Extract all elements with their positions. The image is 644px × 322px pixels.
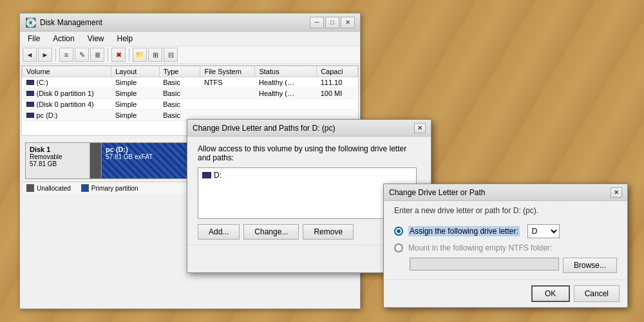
menu-file[interactable]: File bbox=[23, 33, 45, 44]
change-letter-description: Allow access to this volume by using the… bbox=[198, 144, 421, 162]
vol-layout: Simple bbox=[111, 99, 159, 110]
drive-icon-p4 bbox=[26, 102, 34, 107]
table-header-row: Volume Layout Type File System Status Ca… bbox=[23, 66, 358, 77]
change-letter-titlebar: Change Drive Letter and Paths for D: (pc… bbox=[187, 120, 431, 137]
change-button[interactable]: Change... bbox=[243, 224, 299, 240]
drive-icon-c bbox=[26, 80, 34, 85]
change-letter-close[interactable]: ✕ bbox=[414, 123, 426, 133]
legend-primary-box bbox=[81, 184, 89, 192]
vol-fs bbox=[200, 88, 255, 99]
vol-capacity: 111.10 bbox=[317, 77, 358, 88]
vol-capacity bbox=[317, 99, 358, 110]
change-drive-ok[interactable]: OK bbox=[531, 285, 570, 302]
change-drive-titlebar: Change Drive Letter or Path ✕ bbox=[384, 184, 627, 201]
radio-assign-label[interactable]: Assign the following drive letter: bbox=[408, 226, 520, 236]
table-row[interactable]: (Disk 0 partition 1) Simple Basic Health… bbox=[23, 88, 358, 99]
browse-button[interactable]: Browse... bbox=[563, 258, 617, 273]
menu-help[interactable]: Help bbox=[112, 33, 138, 44]
vol-type: Basic bbox=[159, 88, 200, 99]
col-volume[interactable]: Volume bbox=[23, 66, 111, 77]
radio-mount-input[interactable] bbox=[394, 243, 403, 252]
radio-assign-row: Assign the following drive letter: D bbox=[394, 224, 617, 238]
folder-button[interactable]: 📁 bbox=[133, 48, 147, 62]
col-layout[interactable]: Layout bbox=[111, 66, 159, 77]
menu-bar: File Action View Help bbox=[20, 32, 360, 46]
drive-icon-p1 bbox=[26, 91, 34, 96]
back-button[interactable]: ◄ bbox=[23, 48, 37, 62]
menu-view[interactable]: View bbox=[82, 33, 109, 44]
listbox-item-label: D: bbox=[214, 171, 222, 180]
forward-button[interactable]: ► bbox=[38, 48, 52, 62]
extra-button[interactable]: ⊟ bbox=[164, 48, 178, 62]
list-button[interactable]: ≣ bbox=[90, 48, 104, 62]
remove-button[interactable]: Remove bbox=[303, 224, 354, 240]
folder-path-input[interactable] bbox=[410, 258, 559, 270]
col-fs[interactable]: File System bbox=[200, 66, 255, 77]
disk-label: Disk 1 Removable 57.81 GB bbox=[26, 143, 90, 178]
vol-layout: Simple bbox=[111, 77, 159, 88]
minimize-button[interactable]: ─ bbox=[310, 17, 324, 28]
vol-layout: Simple bbox=[111, 110, 159, 121]
titlebar-left: 💽 Disk Management bbox=[25, 17, 102, 28]
radio-group: Assign the following drive letter: D Mou… bbox=[384, 218, 627, 279]
vol-status: Healthy (… bbox=[255, 77, 317, 88]
vol-status bbox=[255, 99, 317, 110]
edit-button[interactable]: ✎ bbox=[75, 48, 89, 62]
radio-dot bbox=[397, 229, 401, 233]
vol-status: Healthy (… bbox=[255, 88, 317, 99]
mount-row: Browse... bbox=[394, 258, 617, 273]
properties-button[interactable]: ≡ bbox=[59, 48, 73, 62]
change-drive-footer: OK Cancel bbox=[384, 279, 627, 307]
table-row[interactable]: (C:) Simple Basic NTFS Healthy (… 111.10 bbox=[23, 77, 358, 88]
change-drive-body: Enter a new drive letter or path for D: … bbox=[384, 201, 627, 279]
vol-fs bbox=[200, 99, 255, 110]
table-row[interactable]: (Disk 0 partition 4) Simple Basic bbox=[23, 99, 358, 110]
disk-label-name: Disk 1 bbox=[30, 146, 86, 153]
close-button[interactable]: ✕ bbox=[341, 17, 355, 28]
vol-layout: Simple bbox=[111, 88, 159, 99]
col-status[interactable]: Status bbox=[255, 66, 317, 77]
legend-primary-label: Primary partition bbox=[91, 185, 138, 192]
drive-icon-list bbox=[202, 172, 211, 178]
drive-letter-select[interactable]: D bbox=[527, 224, 560, 238]
change-drive-title: Change Drive Letter or Path bbox=[389, 188, 485, 197]
disk-label-type: Removable bbox=[30, 153, 86, 160]
change-drive-close[interactable]: ✕ bbox=[611, 187, 622, 198]
change-drive-info: Enter a new drive letter or path for D: … bbox=[384, 201, 627, 218]
radio-mount-row: Mount in the following empty NTFS folder… bbox=[394, 243, 617, 252]
disk-label-size: 57.81 GB bbox=[30, 160, 86, 167]
legend-unallocated-label: Unallocated bbox=[37, 185, 71, 192]
change-letter-title: Change Drive Letter and Paths for D: (pc… bbox=[193, 124, 335, 133]
toolbar-sep-3 bbox=[129, 48, 129, 61]
vol-name: pc (D:) bbox=[23, 110, 111, 121]
delete-button[interactable]: ✖ bbox=[111, 48, 126, 62]
change-drive-cancel[interactable]: Cancel bbox=[574, 285, 620, 302]
vol-type: Basic bbox=[159, 99, 200, 110]
toolbar-sep-2 bbox=[108, 48, 108, 61]
vol-name: (C:) bbox=[23, 77, 111, 88]
radio-assign-input[interactable] bbox=[394, 227, 403, 236]
legend-unallocated: Unallocated bbox=[26, 184, 71, 192]
vol-name: (Disk 0 partition 1) bbox=[23, 88, 111, 99]
unallocated-partition bbox=[90, 143, 102, 178]
maximize-button[interactable]: □ bbox=[325, 17, 339, 28]
window-controls: ─ □ ✕ bbox=[310, 17, 355, 28]
toolbar-sep-1 bbox=[55, 48, 56, 61]
add-button[interactable]: Add... bbox=[198, 224, 240, 240]
vol-type: Basic bbox=[159, 77, 200, 88]
drive-icon-d bbox=[26, 113, 34, 118]
grid-button[interactable]: ⊞ bbox=[148, 48, 162, 62]
vol-fs: NTFS bbox=[200, 77, 255, 88]
vol-capacity: 100 MI bbox=[317, 88, 358, 99]
listbox-item-d[interactable]: D: bbox=[200, 169, 415, 181]
col-type[interactable]: Type bbox=[159, 66, 200, 77]
change-drive-dialog: Change Drive Letter or Path ✕ Enter a ne… bbox=[383, 184, 628, 308]
col-capacity[interactable]: Capaci bbox=[317, 66, 358, 77]
main-titlebar: 💽 Disk Management ─ □ ✕ bbox=[20, 14, 360, 32]
disk-icon: 💽 bbox=[25, 17, 36, 28]
menu-action[interactable]: Action bbox=[48, 33, 79, 44]
drive-letter-dropdown-container: D bbox=[527, 224, 560, 238]
radio-mount-label[interactable]: Mount in the following empty NTFS folder… bbox=[408, 243, 552, 252]
legend-unallocated-box bbox=[26, 184, 34, 192]
main-window-title: Disk Management bbox=[40, 18, 102, 27]
